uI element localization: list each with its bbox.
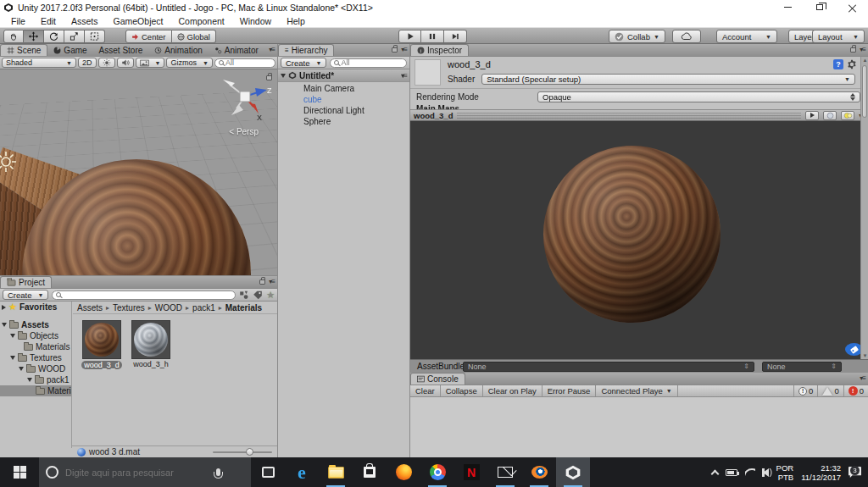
preview-play-button[interactable] (805, 111, 819, 120)
console-collapse-button[interactable]: Collapse (441, 385, 483, 396)
material-preview[interactable] (410, 121, 868, 359)
preview-light-button[interactable] (841, 111, 854, 120)
scene-orientation-gizmo[interactable]: Z X (218, 75, 272, 124)
inspector-panel-menu-icon[interactable]: ▾≡ (860, 46, 865, 53)
project-search[interactable] (52, 291, 236, 300)
breadcrumb-pack1[interactable]: pack1 (192, 303, 215, 313)
lock-icon[interactable] (259, 279, 265, 285)
hierarchy-search[interactable] (330, 58, 407, 68)
cloud-button[interactable] (672, 30, 701, 43)
menu-file[interactable]: File (3, 16, 33, 26)
hierarchy-create-button[interactable]: Create▼ (281, 58, 326, 68)
scene-panel-menu-icon[interactable]: ▾≡ (269, 46, 275, 53)
console-panel-menu-icon[interactable]: ▾≡ (860, 374, 865, 382)
move-tool-icon[interactable] (24, 30, 44, 43)
favorites-header[interactable]: ★ Favorites (0, 302, 71, 313)
project-create-button[interactable]: Create▼ (3, 290, 48, 300)
collab-button[interactable]: Collab ▼ (609, 30, 665, 43)
menu-assets[interactable]: Assets (64, 16, 106, 26)
preview-header[interactable]: wood_3_d ▾≡ (410, 109, 868, 121)
tab-hierarchy[interactable]: ≡ Hierarchy (278, 44, 334, 56)
taskbar-mail[interactable] (488, 457, 522, 487)
asset-wood-3-d[interactable]: wood_3_d (80, 320, 124, 369)
hierarchy-item-cube[interactable]: cube (278, 94, 409, 105)
space-toggle-button[interactable]: Global (172, 30, 216, 43)
menu-help[interactable]: Help (279, 16, 313, 26)
persp-label[interactable]: < Persp (229, 127, 259, 136)
tree-item-objects-materials[interactable]: Materials (0, 341, 71, 352)
search-by-type-icon[interactable] (239, 291, 249, 300)
clock[interactable]: 21:32 11/12/2017 (801, 463, 841, 482)
lock-icon[interactable] (392, 47, 398, 53)
tree-item-pack1[interactable]: pack1 (0, 374, 71, 385)
step-button[interactable] (444, 30, 467, 43)
menu-window[interactable]: Window (232, 16, 279, 26)
tab-animator[interactable]: Animator (209, 44, 264, 56)
assetbundle-dropdown[interactable]: None⇕ (463, 362, 754, 372)
asset-wood-3-h[interactable]: wood_3_h (129, 320, 173, 368)
tab-game[interactable]: Game (47, 44, 92, 56)
assetbundle-variant-dropdown[interactable]: None⇕ (762, 362, 842, 372)
scene-search-input[interactable] (225, 58, 271, 67)
scene-viewport[interactable]: Z X < Persp (0, 69, 277, 275)
scroll-down-icon[interactable]: ▼ (862, 353, 868, 358)
2d-toggle-button[interactable]: 2D (78, 58, 97, 68)
tab-animation[interactable]: Animation (148, 44, 208, 56)
layout-dropdown[interactable]: Layout▼ (812, 30, 865, 43)
tree-item-textures[interactable]: Textures (0, 352, 71, 363)
close-button[interactable] (836, 0, 868, 14)
start-button[interactable] (0, 457, 39, 487)
restore-button[interactable] (804, 0, 836, 14)
action-center-button[interactable]: 3 (849, 467, 861, 478)
scale-tool-icon[interactable] (64, 30, 85, 43)
volume-icon[interactable] (763, 468, 769, 477)
scene-row-menu-icon[interactable]: ▾≡ (401, 72, 407, 80)
scroll-up-icon[interactable]: ▲ (862, 58, 868, 63)
lock-icon[interactable] (850, 47, 856, 53)
minimize-button[interactable] (771, 0, 804, 14)
scene-search[interactable] (214, 58, 275, 68)
directional-light-gizmo-icon[interactable] (0, 151, 17, 173)
help-icon[interactable]: ? (833, 59, 843, 69)
taskbar-edge[interactable]: e (285, 457, 319, 487)
save-search-icon[interactable]: ★ (266, 290, 275, 301)
battery-icon[interactable] (726, 469, 737, 476)
rotate-tool-icon[interactable] (44, 30, 64, 43)
console-info-count[interactable]: !0 (794, 385, 818, 396)
rendering-mode-dropdown[interactable]: Opaque (537, 91, 860, 102)
gizmos-dropdown[interactable]: Gizmos▼ (166, 58, 212, 68)
thumbnail-size-slider[interactable] (213, 451, 272, 453)
console-clear-button[interactable]: Clear (410, 385, 441, 396)
console-error-count[interactable]: !0 (844, 385, 868, 396)
taskbar-file-explorer[interactable] (319, 457, 353, 487)
scene-audio-toggle[interactable] (117, 58, 134, 68)
hierarchy-item-sphere[interactable]: Sphere (278, 116, 409, 127)
hierarchy-item-main-camera[interactable]: Main Camera (278, 83, 409, 94)
preview-drag-handle[interactable] (457, 113, 801, 119)
expand-arrow-icon[interactable] (281, 74, 286, 78)
menu-edit[interactable]: Edit (33, 16, 64, 26)
tab-inspector[interactable]: i Inspector (410, 44, 469, 56)
breadcrumb-assets[interactable]: Assets (77, 303, 103, 313)
console-warning-count[interactable]: 0 (818, 385, 843, 396)
task-view-button[interactable] (251, 457, 285, 487)
pivot-toggle-button[interactable]: Center (125, 30, 172, 43)
preview-shape-button[interactable] (823, 111, 837, 120)
wifi-icon[interactable] (745, 468, 755, 476)
inspector-scrollbar[interactable]: ▲ ▼ (860, 57, 868, 359)
menu-gameobject[interactable]: GameObject (106, 16, 171, 26)
menu-component[interactable]: Component (170, 16, 231, 26)
tab-console[interactable]: Console (410, 373, 465, 385)
tree-item-wood[interactable]: WOOD (0, 363, 71, 374)
tab-asset-store[interactable]: Asset Store (93, 44, 149, 56)
hierarchy-search-input[interactable] (341, 58, 403, 67)
scene-lighting-toggle[interactable] (98, 58, 115, 68)
tree-item-materials-selected[interactable]: Materials (0, 385, 71, 396)
search-by-label-icon[interactable] (253, 291, 263, 300)
taskbar-search[interactable] (39, 457, 251, 487)
hierarchy-panel-menu-icon[interactable]: ▾≡ (401, 46, 407, 53)
scrollbar-thumb[interactable] (862, 65, 867, 118)
taskbar-chrome[interactable] (420, 457, 454, 487)
taskbar-unity-active[interactable] (556, 457, 590, 487)
project-panel-menu-icon[interactable]: ▾≡ (269, 278, 275, 285)
